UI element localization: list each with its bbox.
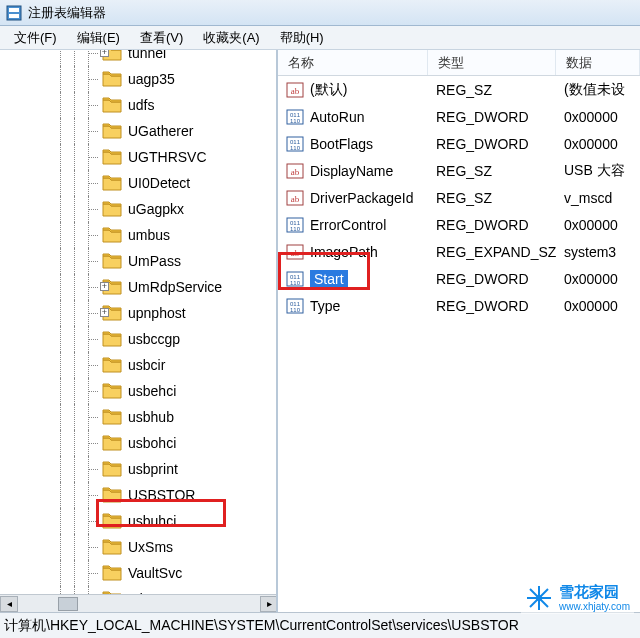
window-title: 注册表编辑器: [28, 4, 106, 22]
regedit-app-icon: [6, 5, 22, 21]
folder-icon: [102, 148, 122, 166]
svg-point-30: [536, 595, 542, 601]
folder-icon: [102, 564, 122, 582]
tree-pane[interactable]: +tunnel+uagp35+udfs+UGatherer+UGTHRSVC+U…: [0, 50, 278, 612]
value-name: DisplayName: [310, 163, 393, 179]
value-type: REG_DWORD: [428, 103, 556, 130]
menu-favorites[interactable]: 收藏夹(A): [193, 27, 269, 49]
tree-label: usbuhci: [128, 513, 176, 529]
reg-bin-icon: 011110: [286, 136, 304, 152]
tree-label: usbprint: [128, 461, 178, 477]
tree-label: UI0Detect: [128, 175, 190, 191]
tree-item[interactable]: +usbohci: [0, 430, 276, 456]
tree-label: udfs: [128, 97, 154, 113]
value-name: ImagePath: [310, 244, 378, 260]
tree-label: usbehci: [128, 383, 176, 399]
reg-bin-icon: 011110: [286, 298, 304, 314]
tree-label: upnphost: [128, 305, 186, 321]
tree-item[interactable]: +usbhub: [0, 404, 276, 430]
tree-item[interactable]: +umbus: [0, 222, 276, 248]
list-row[interactable]: 011110TypeREG_DWORD0x00000: [278, 292, 640, 319]
value-type: REG_DWORD: [428, 265, 556, 292]
scroll-right-button[interactable]: ▸: [260, 596, 278, 612]
header-data[interactable]: 数据: [556, 50, 640, 75]
scroll-thumb[interactable]: [58, 597, 78, 611]
tree-item[interactable]: +UmPass: [0, 248, 276, 274]
reg-sz-icon: ab: [286, 163, 304, 179]
list-row[interactable]: 011110BootFlagsREG_DWORD0x00000: [278, 130, 640, 157]
tree-label: UGTHRSVC: [128, 149, 207, 165]
expand-icon[interactable]: +: [100, 308, 109, 317]
expand-icon[interactable]: +: [100, 50, 109, 57]
list-row[interactable]: 011110StartREG_DWORD0x00000: [278, 265, 640, 292]
tree-label: UxSms: [128, 539, 173, 555]
tree-label: uGagpkx: [128, 201, 184, 217]
tree-item[interactable]: +usbccgp: [0, 326, 276, 352]
svg-text:110: 110: [290, 145, 301, 151]
value-name: ErrorControl: [310, 217, 386, 233]
folder-icon: [102, 330, 122, 348]
tree-item[interactable]: +tunnel: [0, 50, 276, 66]
value-data: 0x00000: [556, 211, 640, 238]
tree-label: tunnel: [128, 50, 166, 61]
list-row[interactable]: abDisplayNameREG_SZUSB 大容: [278, 157, 640, 184]
menu-file[interactable]: 文件(F): [4, 27, 67, 49]
svg-rect-1: [9, 8, 19, 12]
folder-icon: [102, 356, 122, 374]
tree-item[interactable]: +upnphost: [0, 300, 276, 326]
header-type[interactable]: 类型: [428, 50, 556, 75]
menu-edit[interactable]: 编辑(E): [67, 27, 130, 49]
folder-icon: [102, 512, 122, 530]
expand-icon[interactable]: +: [100, 282, 109, 291]
folder-icon: [102, 408, 122, 426]
tree-label: usbohci: [128, 435, 176, 451]
header-name[interactable]: 名称: [278, 50, 428, 75]
value-name: Start: [310, 270, 348, 288]
svg-text:ab: ab: [291, 194, 300, 204]
folder-icon: [102, 70, 122, 88]
value-type: REG_SZ: [428, 76, 556, 103]
reg-bin-icon: 011110: [286, 271, 304, 287]
svg-text:ab: ab: [291, 86, 300, 96]
tree-item[interactable]: +UmRdpService: [0, 274, 276, 300]
value-name: DriverPackageId: [310, 190, 414, 206]
list-header: 名称 类型 数据: [278, 50, 640, 76]
list-row[interactable]: abDriverPackageIdREG_SZv_mscd: [278, 184, 640, 211]
tree-item[interactable]: +uGagpkx: [0, 196, 276, 222]
tree-label: usbcir: [128, 357, 165, 373]
menu-view[interactable]: 查看(V): [130, 27, 193, 49]
list-row[interactable]: ab(默认)REG_SZ(数值未设: [278, 76, 640, 103]
tree-item[interactable]: +UxSms: [0, 534, 276, 560]
tree-hscrollbar[interactable]: ◂ ▸: [0, 594, 278, 612]
tree-item[interactable]: +usbuhci: [0, 508, 276, 534]
tree-item[interactable]: +USBSTOR: [0, 482, 276, 508]
tree-label: UGatherer: [128, 123, 193, 139]
tree-label: VaultSvc: [128, 565, 182, 581]
watermark: 雪花家园 www.xhjaty.com: [521, 582, 634, 614]
tree-label: umbus: [128, 227, 170, 243]
scroll-left-button[interactable]: ◂: [0, 596, 18, 612]
folder-icon: [102, 486, 122, 504]
tree-item[interactable]: +UI0Detect: [0, 170, 276, 196]
list-row[interactable]: abImagePathREG_EXPAND_SZsystem3: [278, 238, 640, 265]
list-pane[interactable]: 名称 类型 数据 ab(默认)REG_SZ(数值未设011110AutoRunR…: [278, 50, 640, 612]
menu-help[interactable]: 帮助(H): [270, 27, 334, 49]
tree-item[interactable]: +UGTHRSVC: [0, 144, 276, 170]
tree-label: uagp35: [128, 71, 175, 87]
tree-item[interactable]: +udfs: [0, 92, 276, 118]
tree-item[interactable]: +VaultSvc: [0, 560, 276, 586]
tree-item[interactable]: +usbprint: [0, 456, 276, 482]
snowflake-icon: [525, 584, 553, 612]
list-row[interactable]: 011110AutoRunREG_DWORD0x00000: [278, 103, 640, 130]
value-data: v_mscd: [556, 184, 640, 211]
folder-icon: [102, 226, 122, 244]
tree-item[interactable]: +UGatherer: [0, 118, 276, 144]
value-data: 0x00000: [556, 103, 640, 130]
value-name: (默认): [310, 81, 347, 99]
list-row[interactable]: 011110ErrorControlREG_DWORD0x00000: [278, 211, 640, 238]
reg-bin-icon: 011110: [286, 217, 304, 233]
tree-item[interactable]: +usbehci: [0, 378, 276, 404]
tree-item[interactable]: +usbcir: [0, 352, 276, 378]
tree-item[interactable]: +uagp35: [0, 66, 276, 92]
value-type: REG_SZ: [428, 157, 556, 184]
